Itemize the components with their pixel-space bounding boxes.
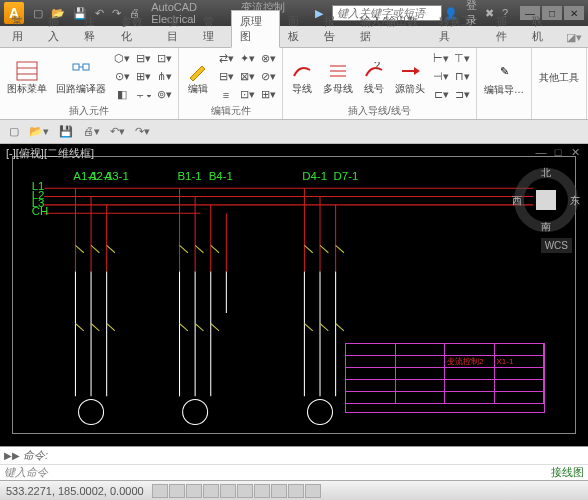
svg-text:B1-1: B1-1	[177, 170, 201, 182]
align-icon[interactable]: ≡	[216, 86, 236, 103]
close-button[interactable]: ✕	[564, 6, 584, 20]
ortho-toggle[interactable]	[186, 484, 202, 498]
panel-insert-components: 图标菜单 回路编译器 ⬡▾ ⊟▾ ⊡▾ ⊙▾ ⊞▾ ⋔▾ ◧	[0, 48, 179, 119]
tab-insert[interactable]: 插入	[40, 11, 76, 47]
panel-wires: 导线 多母线 ?线号 源箭头 ⊢▾⊤▾ ⊣▾⊓▾ ⊏▾⊐▾ 插入导线/线号	[283, 48, 477, 119]
tab-convert[interactable]: 转换工具	[431, 11, 487, 47]
command-hint-text: 键入命令	[4, 465, 48, 480]
tab-schematic[interactable]: 原理图	[231, 10, 279, 48]
wire-button[interactable]: 导线	[287, 59, 317, 95]
circuit-builder-button[interactable]: 回路编译器	[53, 59, 109, 95]
canvas-controls: — □ ✕	[534, 146, 582, 159]
polar-toggle[interactable]	[203, 484, 219, 498]
dyn-toggle[interactable]	[271, 484, 287, 498]
terminal-icon[interactable]: ⊡▾	[154, 50, 174, 67]
edit-component-button[interactable]: 编辑	[183, 59, 213, 95]
snap-toggle[interactable]	[152, 484, 168, 498]
command-line[interactable]: ▶▶ 命令:	[0, 446, 588, 464]
qnew-icon[interactable]: ▢	[6, 124, 22, 139]
drawing-canvas[interactable]: [-][俯视][二维线框] — □ ✕ 北 南 西 东 WCS	[0, 144, 588, 446]
svg-line-53	[304, 324, 312, 331]
tab-project[interactable]: 项目	[159, 11, 195, 47]
otrack-toggle[interactable]	[237, 484, 253, 498]
other-tools-button[interactable]: 其他工具	[536, 71, 582, 84]
wcs-label[interactable]: WCS	[541, 238, 572, 253]
xref-icon[interactable]: ⊗▾	[258, 50, 278, 67]
lwt-toggle[interactable]	[288, 484, 304, 498]
svg-line-48	[91, 324, 99, 331]
grid-toggle[interactable]	[169, 484, 185, 498]
osnap-toggle[interactable]	[220, 484, 236, 498]
command-hint[interactable]: 键入命令 接线图	[0, 464, 588, 480]
qp-toggle[interactable]	[305, 484, 321, 498]
dashboard-icon[interactable]: ◧	[112, 86, 132, 103]
tab-online[interactable]: 联机	[524, 11, 560, 47]
tab-reports[interactable]: 报告	[316, 11, 352, 47]
view-label[interactable]: [-][俯视][二维线框]	[6, 146, 94, 161]
svg-line-39	[91, 245, 99, 252]
ducs-toggle[interactable]	[254, 484, 270, 498]
jumper-icon[interactable]: ⫟▾	[133, 86, 153, 103]
connector-icon[interactable]: ⊞▾	[133, 68, 153, 85]
svg-line-46	[336, 245, 344, 252]
compass-east[interactable]: 东	[570, 194, 580, 208]
compass-north[interactable]: 北	[541, 166, 551, 180]
svg-text:B4-1: B4-1	[209, 170, 233, 182]
component-icon[interactable]: ⬡▾	[112, 50, 132, 67]
qundo-icon[interactable]: ↶▾	[107, 124, 128, 139]
edit-wire-button[interactable]: ✎编辑导…	[481, 60, 527, 96]
wirenum-button[interactable]: ?线号	[359, 59, 389, 95]
location-icon[interactable]: ⊚▾	[154, 86, 174, 103]
wire-color-icon[interactable]: ⊐▾	[452, 86, 472, 103]
qsave-icon[interactable]: 💾	[56, 124, 76, 139]
qredo-icon[interactable]: ↷▾	[132, 124, 153, 139]
titleblock-sheet: X1-1	[495, 356, 545, 367]
tab-addins[interactable]: 插件	[488, 11, 524, 47]
wire-check-icon[interactable]: ⊓▾	[452, 68, 472, 85]
source-arrow-button[interactable]: 源箭头	[392, 59, 428, 95]
audit-icon[interactable]: ⊞▾	[258, 86, 278, 103]
pencil-icon	[186, 60, 210, 82]
close-viewport-icon[interactable]: ✕	[568, 146, 582, 159]
titleblock-title: 变流控制2	[445, 356, 495, 367]
svg-line-47	[75, 324, 83, 331]
tab-annotate[interactable]: 注释	[76, 11, 112, 47]
svg-line-43	[211, 245, 219, 252]
wire-gap-icon[interactable]: ⊤▾	[452, 50, 472, 67]
copy-icon[interactable]: ⊟▾	[216, 68, 236, 85]
swap-icon[interactable]: ⊠▾	[237, 68, 257, 85]
stretch-wire-icon[interactable]: ⊣▾	[431, 68, 451, 85]
tab-home[interactable]: 常用	[4, 11, 40, 47]
svg-text:D4-1: D4-1	[302, 170, 327, 182]
ladder-icon[interactable]: ⊏▾	[431, 86, 451, 103]
view-cube[interactable]: 北 南 西 东	[514, 168, 578, 232]
cube-top-icon[interactable]	[536, 190, 556, 210]
link-icon[interactable]: ⋔▾	[154, 68, 174, 85]
wire-icon	[290, 60, 314, 82]
multibus-button[interactable]: 多母线	[320, 59, 356, 95]
maximize-viewport-icon[interactable]: □	[551, 146, 565, 159]
svg-text:A3-1: A3-1	[105, 170, 129, 182]
command-prompt: 命令:	[23, 448, 48, 463]
scoot-icon[interactable]: ⊡▾	[237, 86, 257, 103]
pin-icon[interactable]: ⊟▾	[133, 50, 153, 67]
compass-south[interactable]: 南	[541, 220, 551, 234]
retag-icon[interactable]: ⇄▾	[216, 50, 236, 67]
tab-manage[interactable]: 管理	[195, 11, 231, 47]
tab-parametric[interactable]: 参数化	[113, 11, 159, 47]
move-icon[interactable]: ✦▾	[237, 50, 257, 67]
compass-west[interactable]: 西	[512, 194, 522, 208]
svg-text:CH: CH	[32, 205, 49, 217]
tab-panel[interactable]: 面板	[280, 11, 316, 47]
panel-other: 其他工具	[532, 48, 587, 119]
delete-icon[interactable]: ⊘▾	[258, 68, 278, 85]
dot-icon[interactable]: ⊙▾	[112, 68, 132, 85]
qprint-icon[interactable]: 🖨▾	[80, 124, 103, 139]
qopen-icon[interactable]: 📂▾	[26, 124, 52, 139]
minimize-viewport-icon[interactable]: —	[534, 146, 548, 159]
icon-menu-button[interactable]: 图标菜单	[4, 59, 50, 95]
trim-wire-icon[interactable]: ⊢▾	[431, 50, 451, 67]
ribbon-collapse-icon[interactable]: ◪▾	[560, 28, 588, 47]
tab-io[interactable]: 输入/输出数据	[352, 11, 431, 47]
svg-text:?: ?	[374, 62, 380, 71]
